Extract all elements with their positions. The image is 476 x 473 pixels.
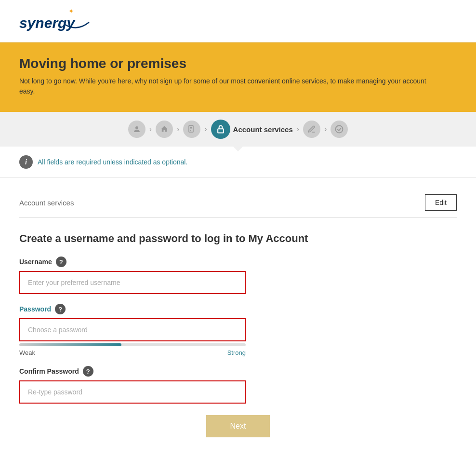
- chevron-3: ›: [204, 125, 207, 134]
- username-input[interactable]: [19, 271, 246, 294]
- info-icon: i: [19, 155, 33, 169]
- svg-point-7: [336, 126, 343, 133]
- banner: Moving home or premises Not long to go n…: [0, 42, 476, 112]
- pencil-icon: [303, 121, 320, 138]
- strength-weak-label: Weak: [19, 349, 35, 356]
- confirm-password-label-row: Confirm Password ?: [19, 366, 457, 377]
- header: ✦ synergy: [0, 0, 476, 42]
- username-label-row: Username ?: [19, 257, 457, 267]
- next-button[interactable]: Next: [206, 415, 270, 437]
- chevron-4: ›: [297, 125, 299, 134]
- edit-button[interactable]: Edit: [425, 194, 457, 211]
- next-button-container: Next: [19, 415, 457, 437]
- form-title: Create a username and password to log in…: [19, 232, 457, 245]
- chevron-1: ›: [149, 125, 152, 134]
- password-input[interactable]: [19, 318, 246, 341]
- chevron-2: ›: [177, 125, 179, 134]
- chevron-5: ›: [324, 125, 327, 134]
- section-header: Account services Edit: [19, 188, 457, 218]
- password-label: Password: [19, 305, 51, 313]
- confirm-password-input[interactable]: [19, 380, 246, 404]
- main-content: Account services Edit Create a username …: [0, 178, 476, 457]
- strength-strong-label: Strong: [227, 349, 246, 356]
- checkmark-icon: [331, 121, 348, 138]
- person-icon: [128, 121, 145, 138]
- home-icon: [156, 121, 173, 138]
- step-edit: [303, 121, 320, 138]
- svg-rect-6: [218, 129, 224, 133]
- password-field-group: Password ? Weak Strong: [19, 304, 457, 356]
- logo-svg: ✦ synergy: [14, 8, 92, 34]
- password-strength-bar: [19, 343, 246, 346]
- account-services-label: Account services: [233, 125, 293, 134]
- confirm-password-field-group: Confirm Password ?: [19, 366, 457, 404]
- logo: ✦ synergy: [14, 8, 462, 34]
- password-help-icon[interactable]: ?: [55, 304, 66, 314]
- document-icon: [183, 121, 200, 138]
- banner-title: Moving home or premises: [19, 56, 457, 71]
- step-account-services: Account services: [211, 120, 293, 139]
- info-text: All fields are required unless indicated…: [38, 158, 187, 166]
- lock-icon: [211, 120, 230, 139]
- confirm-password-help-icon[interactable]: ?: [83, 366, 93, 377]
- step-complete: [331, 121, 348, 138]
- username-label: Username: [19, 258, 52, 266]
- username-help-icon[interactable]: ?: [56, 257, 66, 267]
- section-title: Account services: [19, 199, 74, 207]
- password-strength-fill: [19, 343, 121, 346]
- progress-arrow: [233, 147, 243, 151]
- banner-text: Not long to go now. While you're here, w…: [19, 76, 438, 96]
- svg-text:synergy: synergy: [19, 15, 75, 31]
- logo-spark: ✦: [68, 8, 74, 15]
- step-home: [156, 121, 173, 138]
- svg-point-1: [135, 126, 138, 129]
- username-field-group: Username ?: [19, 257, 457, 294]
- step-person: [128, 121, 145, 138]
- step-document: [183, 121, 200, 138]
- progress-bar: › › › Account services › ›: [0, 112, 476, 147]
- confirm-password-label: Confirm Password: [19, 367, 79, 375]
- strength-labels: Weak Strong: [19, 349, 246, 356]
- password-label-row: Password ?: [19, 304, 457, 314]
